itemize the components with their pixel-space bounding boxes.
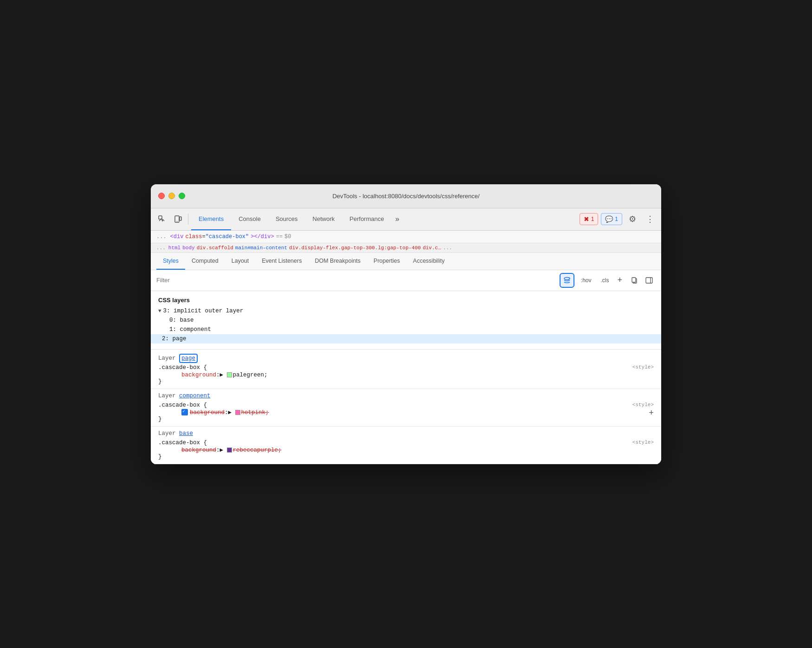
main-content: CSS layers ▼ 3: implicit outer layer 0: … bbox=[151, 291, 661, 464]
svg-rect-6 bbox=[632, 278, 636, 282]
base-rule: .cascade-box { <style> background:▶ rebe… bbox=[158, 440, 654, 460]
tab-console[interactable]: Console bbox=[231, 208, 268, 230]
tab-accessibility[interactable]: Accessibility bbox=[406, 253, 451, 270]
base-style-link[interactable]: <style> bbox=[632, 440, 654, 445]
error-icon: ✖ bbox=[584, 215, 589, 223]
breadcrumb-bar: ... html body div.scaffold main#main-con… bbox=[151, 243, 661, 253]
css-layer-tree: ▼ 3: implicit outer layer 0: base 1: com… bbox=[151, 306, 661, 347]
settings-button[interactable]: ⚙ bbox=[625, 212, 640, 227]
layer-component-section: Layer component .cascade-box { <style> b… bbox=[151, 389, 661, 427]
tab-performance[interactable]: Performance bbox=[342, 208, 391, 230]
layer-component-prefix: Layer bbox=[158, 393, 179, 399]
layer-tree-root[interactable]: ▼ 3: implicit outer layer bbox=[158, 306, 654, 316]
base-selector: .cascade-box { bbox=[158, 440, 207, 446]
info-badge-button[interactable]: 💬 1 bbox=[601, 213, 622, 225]
error-badge-button[interactable]: ✖ 1 bbox=[580, 213, 599, 225]
bc-div-c[interactable]: div.c… bbox=[423, 245, 441, 251]
tab-elements[interactable]: Elements bbox=[191, 208, 231, 230]
add-style-button[interactable]: + bbox=[615, 274, 624, 286]
error-count: 1 bbox=[591, 216, 594, 222]
component-rule: .cascade-box { <style> background:▶ hotp… bbox=[158, 402, 654, 422]
filter-input[interactable] bbox=[156, 277, 556, 284]
toggle-sidebar-button[interactable] bbox=[643, 274, 656, 287]
property-checkbox[interactable] bbox=[181, 409, 188, 415]
dom-equals: == bbox=[276, 233, 283, 240]
inspect-icon[interactable] bbox=[155, 212, 169, 227]
page-color-swatch[interactable] bbox=[227, 372, 232, 377]
add-property-button[interactable]: + bbox=[649, 408, 654, 418]
layer-tree-base[interactable]: 0: base bbox=[158, 316, 654, 325]
breadcrumb-dots: ... bbox=[156, 245, 166, 251]
base-prop-arrow[interactable]: ▶ bbox=[220, 447, 224, 454]
divider-1 bbox=[151, 349, 661, 350]
tab-styles[interactable]: Styles bbox=[156, 253, 185, 270]
layer-base-label: 0: base bbox=[169, 317, 194, 324]
bc-body[interactable]: body bbox=[182, 245, 194, 251]
title-bar: DevTools - localhost:8080/docs/devtools/… bbox=[151, 184, 661, 208]
dom-path-bar: ... <div class="cascade-box" ></div> == … bbox=[151, 231, 661, 243]
filter-bar: :hov .cls + bbox=[151, 270, 661, 291]
devtools-window: DevTools - localhost:8080/docs/devtools/… bbox=[151, 184, 661, 464]
info-count: 1 bbox=[615, 216, 618, 222]
minimize-button[interactable] bbox=[168, 193, 175, 199]
layer-root-label: 3: implicit outer layer bbox=[163, 308, 244, 314]
bc-html[interactable]: html bbox=[168, 245, 180, 251]
bc-div-flex[interactable]: div.display-flex.gap-top-300.lg:gap-top-… bbox=[289, 245, 421, 251]
page-prop-value: palegreen; bbox=[233, 372, 268, 378]
page-close-brace: } bbox=[158, 378, 162, 385]
layer-component-header: Layer component bbox=[158, 393, 654, 399]
dom-path-dots: ... bbox=[156, 233, 167, 240]
page-selector: .cascade-box { bbox=[158, 364, 207, 371]
bc-main[interactable]: main#main-content bbox=[235, 245, 287, 251]
component-prop-name: background bbox=[190, 409, 225, 416]
component-color-swatch[interactable] bbox=[235, 410, 240, 415]
page-prop-name: background bbox=[181, 372, 216, 378]
tab-properties[interactable]: Properties bbox=[367, 253, 406, 270]
layer-page-link[interactable]: page bbox=[179, 354, 198, 363]
layer-page-section: Layer page .cascade-box { <style> backgr… bbox=[151, 351, 661, 389]
layer-base-header: Layer base bbox=[158, 430, 654, 437]
component-prop-line: background:▶ hotpink; + bbox=[158, 409, 269, 416]
svg-point-3 bbox=[177, 221, 178, 222]
page-prop-arrow[interactable]: ▶ bbox=[220, 372, 224, 378]
svg-rect-7 bbox=[646, 278, 652, 283]
tab-layout[interactable]: Layout bbox=[225, 253, 256, 270]
base-prop-value: rebeccapurple; bbox=[233, 447, 282, 454]
layer-base-link[interactable]: base bbox=[179, 430, 193, 437]
page-style-link[interactable]: <style> bbox=[632, 364, 654, 370]
info-icon: 💬 bbox=[605, 215, 613, 223]
more-tabs-button[interactable]: » bbox=[392, 213, 403, 225]
tab-sources[interactable]: Sources bbox=[268, 208, 305, 230]
copy-styles-button[interactable] bbox=[628, 274, 641, 287]
device-toggle-icon[interactable] bbox=[170, 212, 185, 227]
layer-page-label: 2: page bbox=[162, 336, 187, 342]
base-color-swatch[interactable] bbox=[227, 447, 232, 453]
triangle-down-icon: ▼ bbox=[158, 308, 161, 314]
layer-filter-button[interactable] bbox=[560, 273, 574, 288]
layer-page-header: Layer page bbox=[158, 355, 654, 362]
dom-tag-open: <div bbox=[170, 233, 184, 240]
bc-ellipsis: ... bbox=[443, 245, 452, 251]
svg-rect-2 bbox=[180, 217, 181, 220]
layer-page-prefix: Layer bbox=[158, 355, 179, 362]
devtools-toolbar: Elements Console Sources Network Perform… bbox=[151, 208, 661, 231]
more-options-button[interactable]: ⋮ bbox=[643, 212, 657, 227]
window-title: DevTools - localhost:8080/docs/devtools/… bbox=[332, 193, 479, 200]
bc-scaffold[interactable]: div.scaffold bbox=[197, 245, 233, 251]
close-button[interactable] bbox=[158, 193, 165, 199]
cls-button[interactable]: .cls bbox=[598, 275, 612, 285]
page-prop-line: background:▶ palegreen; bbox=[158, 372, 268, 378]
layer-tree-page[interactable]: 2: page bbox=[151, 334, 661, 343]
component-style-link[interactable]: <style> bbox=[632, 402, 654, 408]
tab-event-listeners[interactable]: Event Listeners bbox=[255, 253, 308, 270]
hov-button[interactable]: :hov bbox=[578, 275, 594, 285]
layer-component-link[interactable]: component bbox=[179, 393, 211, 399]
toolbar-tabs: Elements Console Sources Network Perform… bbox=[191, 208, 579, 230]
tab-dom-breakpoints[interactable]: DOM Breakpoints bbox=[308, 253, 367, 270]
tab-computed[interactable]: Computed bbox=[185, 253, 225, 270]
component-prop-arrow[interactable]: ▶ bbox=[228, 409, 232, 416]
layer-tree-component[interactable]: 1: component bbox=[158, 325, 654, 334]
page-rule: .cascade-box { <style> background:▶ pale… bbox=[158, 364, 654, 385]
tab-network[interactable]: Network bbox=[305, 208, 342, 230]
fullscreen-button[interactable] bbox=[179, 193, 185, 199]
